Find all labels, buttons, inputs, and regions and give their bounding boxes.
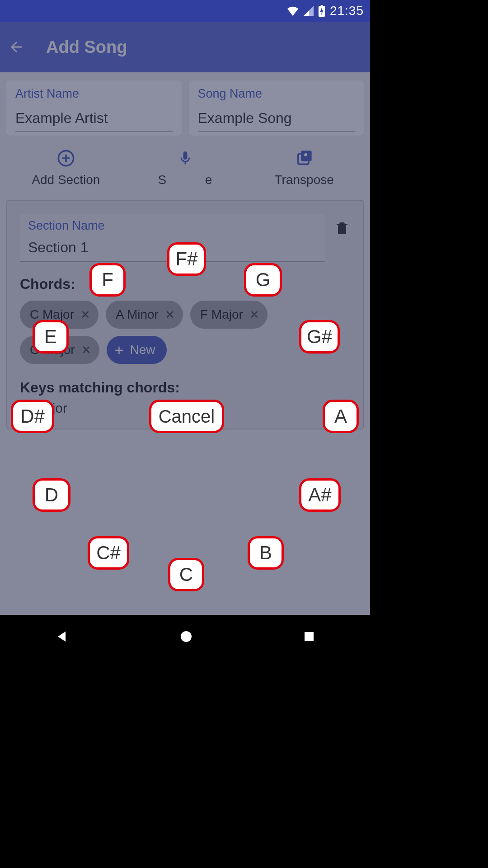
svg-rect-6 bbox=[305, 632, 314, 641]
note-c[interactable]: C bbox=[168, 558, 204, 591]
note-b[interactable]: B bbox=[248, 536, 284, 570]
note-a-sharp[interactable]: A# bbox=[299, 478, 341, 512]
modal-scrim[interactable] bbox=[0, 22, 370, 615]
note-e[interactable]: E bbox=[33, 320, 69, 354]
note-f[interactable]: F bbox=[89, 263, 126, 297]
cancel-button[interactable]: Cancel bbox=[149, 400, 224, 433]
nav-recent-button[interactable] bbox=[302, 630, 316, 643]
note-g-sharp[interactable]: G# bbox=[299, 320, 340, 354]
nav-back-button[interactable] bbox=[55, 629, 70, 644]
nav-home-button[interactable] bbox=[179, 629, 193, 644]
note-d[interactable]: D bbox=[33, 478, 70, 512]
note-c-sharp[interactable]: C# bbox=[88, 536, 129, 570]
svg-point-5 bbox=[181, 631, 192, 642]
android-nav-bar bbox=[0, 615, 370, 658]
signal-icon bbox=[304, 6, 314, 16]
status-bar: 21:35 bbox=[0, 0, 370, 22]
note-f-sharp[interactable]: F# bbox=[167, 242, 206, 276]
battery-icon bbox=[318, 5, 325, 17]
svg-rect-1 bbox=[321, 5, 323, 7]
note-d-sharp[interactable]: D# bbox=[11, 400, 54, 433]
status-time: 21:35 bbox=[330, 4, 364, 18]
wifi-icon bbox=[286, 6, 299, 16]
note-a[interactable]: A bbox=[323, 400, 359, 433]
note-g[interactable]: G bbox=[244, 263, 282, 297]
